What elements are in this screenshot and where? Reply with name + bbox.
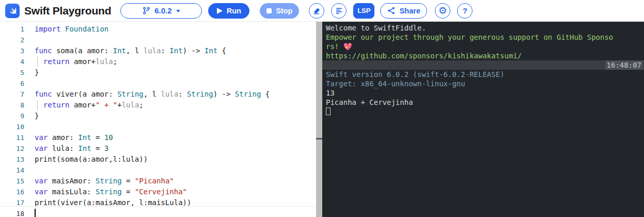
line-number: 15: [0, 176, 31, 187]
line-number: 1: [0, 24, 31, 35]
code-line[interactable]: 12var lula: Int = 3: [0, 143, 316, 154]
terminal-lines: Welcome to SwiftFiddle.Empower our proje…: [322, 23, 644, 116]
code-line[interactable]: 3func soma(a amor: Int, l lula: Int) -> …: [0, 45, 316, 56]
line-number: 8: [0, 100, 31, 111]
question-icon: ?: [463, 6, 467, 15]
run-button[interactable]: Run: [208, 3, 249, 19]
line-number: 18: [0, 208, 31, 217]
code-line[interactable]: 16var maisLula: String = "Cervejinha": [0, 187, 316, 197]
code-line[interactable]: 5}: [0, 67, 316, 78]
code-text: var maisAmor: String = "Picanha": [31, 176, 174, 187]
line-number: 11: [0, 132, 31, 143]
code-text: return amor+lula;: [31, 56, 117, 67]
terminal-line: [322, 107, 644, 116]
code-text: }: [31, 67, 39, 78]
code-text: print(soma(a:amor,l:lula)): [31, 154, 148, 165]
app-title: Swift Playground: [24, 5, 111, 17]
terminal-line: Target: x86_64-unknown-linux-gnu: [322, 79, 644, 88]
code-lines: 1import Foundation23func soma(a amor: In…: [0, 24, 316, 217]
terminal-line: 13: [322, 88, 644, 98]
code-line[interactable]: 15var maisAmor: String = "Picanha": [0, 176, 316, 187]
version-label: 6.0.2: [154, 6, 171, 15]
format-button[interactable]: [331, 3, 347, 19]
indent-guide: [37, 57, 38, 67]
code-line[interactable]: 4 return amor+lula;: [0, 56, 316, 67]
code-line[interactable]: 2: [0, 35, 316, 45]
scrollbar-handle[interactable]: [316, 138, 322, 140]
line-number: 13: [0, 154, 31, 165]
eraser-icon: [312, 7, 321, 15]
terminal-line: rs! 💖: [322, 42, 644, 51]
git-branch-icon: [143, 7, 150, 14]
text-cursor: [35, 209, 36, 217]
code-text: var lula: Int = 3: [31, 143, 108, 154]
line-number: 9: [0, 111, 31, 121]
share-icon: [387, 7, 395, 14]
code-text: return amor+" + "+lula;: [31, 100, 144, 111]
terminal-line: Picanha + Cervejinha: [322, 98, 644, 107]
lsp-label: LSP: [357, 7, 370, 14]
code-text: var maisLula: String = "Cervejinha": [31, 187, 187, 197]
stop-icon: [266, 8, 272, 13]
terminal-line: Swift version 6.0.2 (swift-6.0.2-RELEASE…: [322, 70, 644, 79]
line-number: 3: [0, 45, 31, 56]
line-number: 10: [0, 121, 31, 132]
app-header: Swift Playground 6.0.2 Run Stop LSP: [0, 0, 644, 22]
share-button[interactable]: Share: [380, 3, 427, 19]
horizontal-scrollbar[interactable]: [0, 206, 316, 207]
help-button[interactable]: ?: [457, 3, 473, 19]
line-number: 6: [0, 78, 31, 89]
code-line[interactable]: 11var amor: Int = 10: [0, 132, 316, 143]
line-number: 4: [0, 56, 31, 67]
chevron-down-icon: [176, 10, 180, 12]
terminal-cursor: [326, 107, 331, 115]
code-line[interactable]: 7func viver(a amor: String, l lula: Stri…: [0, 89, 316, 100]
align-lines-icon: [335, 7, 343, 14]
share-label: Share: [400, 7, 420, 15]
code-text: var amor: Int = 10: [31, 132, 113, 143]
terminal[interactable]: Welcome to SwiftFiddle.Empower our proje…: [322, 22, 644, 217]
timestamp: 16:48:07: [605, 60, 643, 70]
code-text: [31, 208, 35, 217]
code-text: [31, 35, 35, 45]
gear-icon: ⚙: [438, 6, 447, 16]
line-number: 16: [0, 187, 31, 197]
line-number: 12: [0, 143, 31, 154]
line-number: 5: [0, 67, 31, 78]
play-icon: [217, 8, 223, 14]
code-line[interactable]: 14: [0, 165, 316, 176]
code-line[interactable]: 9}: [0, 111, 316, 121]
terminal-line: Welcome to SwiftFiddle.: [322, 23, 644, 33]
code-line[interactable]: 8 return amor+" + "+lula;: [0, 100, 316, 111]
stop-label: Stop: [276, 7, 292, 15]
code-line[interactable]: 13print(soma(a:amor,l:lula)): [0, 154, 316, 165]
line-number: 14: [0, 165, 31, 176]
settings-button[interactable]: ⚙: [435, 3, 450, 19]
line-number: 2: [0, 35, 31, 45]
code-text: import Foundation: [31, 24, 108, 35]
code-line[interactable]: 18: [0, 208, 316, 217]
code-text: [31, 165, 35, 176]
clear-console-button[interactable]: [309, 3, 324, 19]
terminal-line: https://github.com/sponsors/kishikawakat…: [322, 51, 644, 60]
code-line[interactable]: 1import Foundation: [0, 24, 316, 35]
code-text: [31, 78, 35, 89]
timestamp-bar: 16:48:07: [322, 60, 644, 70]
code-line[interactable]: 10: [0, 121, 316, 132]
swift-bird-glyph: [8, 6, 18, 16]
code-editor[interactable]: 1import Foundation23func soma(a amor: In…: [0, 22, 316, 217]
indent-guide: [37, 100, 38, 110]
pane-divider[interactable]: [316, 22, 322, 217]
code-line[interactable]: 6: [0, 78, 316, 89]
code-text: [31, 121, 35, 132]
terminal-line: Empower our project through your generou…: [322, 33, 644, 42]
run-label: Run: [227, 7, 241, 15]
main-content: 1import Foundation23func soma(a amor: In…: [0, 22, 644, 217]
line-number: 7: [0, 89, 31, 100]
stop-button[interactable]: Stop: [260, 3, 299, 19]
code-text: }: [31, 111, 39, 121]
swift-logo-icon: [5, 4, 20, 18]
lsp-button[interactable]: LSP: [353, 3, 374, 19]
code-text: func soma(a amor: Int, l lula: Int) -> I…: [31, 45, 226, 56]
version-button[interactable]: 6.0.2: [120, 3, 202, 19]
